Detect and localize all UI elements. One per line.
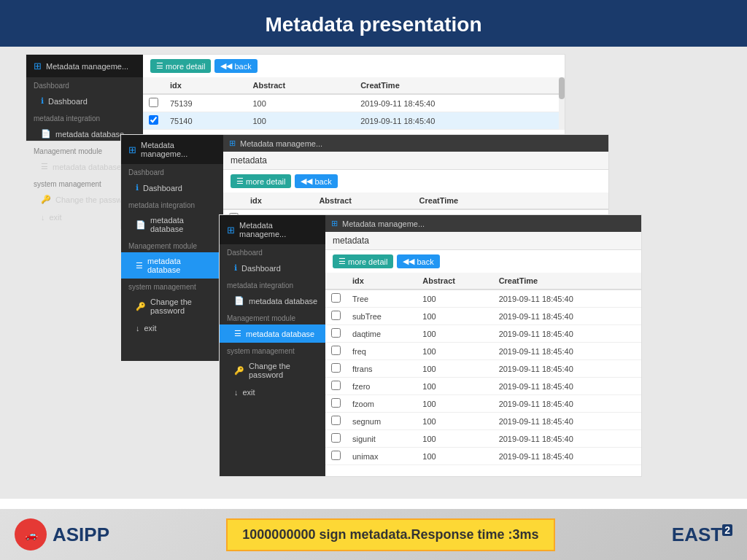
table-row[interactable]: daqtime 100 2019-09-11 18:45:40 — [325, 325, 641, 343]
panel-2-col-creattime: CreatTime — [414, 192, 608, 209]
panel-2-more-detail-button[interactable]: ☰ more detail — [231, 174, 291, 188]
row-abstract-3: 100 — [417, 413, 492, 430]
row-checkbox-3[interactable] — [331, 311, 341, 320]
footer-message: 1000000000 sign metadata.Response time :… — [226, 518, 554, 551]
row-checkbox-cell-3[interactable] — [325, 413, 347, 430]
sidebar-3-item-change-pw[interactable]: 🔑 Change the password — [220, 357, 325, 384]
table-row[interactable]: 75140 100 2019-09-11 18:45:40 — [143, 112, 565, 130]
sidebar-2-title: Metadata manageme... — [141, 141, 216, 158]
row-abstract-3: 100 — [417, 378, 492, 395]
sidebar-3-icon: ⊞ — [227, 225, 235, 236]
table-row[interactable]: fzoom 100 2019-09-11 18:45:40 — [325, 395, 641, 413]
table-row[interactable]: 75139 100 2019-09-11 18:45:40 — [143, 94, 565, 112]
sidebar-2-item-dashboard-label: Dashboard — [143, 184, 182, 192]
sidebar-3-item-metadata-db-label: metadata database — [249, 297, 317, 306]
row-checkbox-cell[interactable] — [143, 94, 164, 112]
doc-icon-2: 📄 — [136, 220, 146, 230]
slide-header: Metadata presentation — [0, 0, 747, 47]
panel-1-back-button[interactable]: ◀◀ back — [214, 59, 257, 73]
sidebar-3-item-dashboard[interactable]: ℹ Dashboard — [220, 259, 325, 277]
row-checkbox-3[interactable] — [331, 416, 341, 425]
back-arrow-icon-3: ◀◀ — [403, 257, 414, 266]
sidebar-1-section-dashboard: Dashboard — [26, 77, 143, 92]
table-row[interactable]: subTree 100 2019-09-11 18:45:40 — [325, 308, 641, 325]
sidebar-3-item-metadata-db[interactable]: 📄 metadata database — [220, 292, 325, 310]
table-row[interactable]: Tree 100 2019-09-11 18:45:40 — [325, 289, 641, 308]
row-checkbox-cell-3[interactable] — [325, 360, 347, 378]
row-checkbox-cell-3[interactable] — [325, 448, 347, 465]
table-row[interactable]: freq 100 2019-09-11 18:45:40 — [325, 343, 641, 360]
row-checkbox-cell-3[interactable] — [325, 289, 347, 308]
exit-icon-2: ↓ — [136, 324, 140, 332]
logo-circle: 🚗 — [15, 518, 47, 551]
row-creattime-3: 2019-09-11 18:45:40 — [493, 308, 641, 325]
panel-1-col-creattime: CreatTime — [355, 77, 565, 94]
footer-logo-left: 🚗 ASIPP — [15, 518, 109, 551]
panel-3-header-title: Metadata manageme... — [342, 219, 425, 228]
sidebar-1-header: ⊞ Metadata manageme... — [26, 55, 143, 77]
sidebar-1-title: Metadata manageme... — [46, 62, 128, 71]
panel-1-more-detail-button[interactable]: ☰ more detail — [150, 59, 211, 73]
sidebar-2-item-metadata-db[interactable]: 📄 metadata database — [121, 211, 223, 238]
sidebar-2-header: ⊞ Metadata manageme... — [121, 135, 223, 164]
footer-logo-right: EAST2 — [672, 524, 732, 546]
sidebar-3-item-change-pw-label: Change the password — [249, 362, 318, 379]
sidebar-3-item-mgmt-db[interactable]: ☰ metadata database — [220, 324, 325, 343]
list-icon: ☰ — [41, 162, 48, 171]
panel-3-title: metadata — [325, 232, 641, 250]
row-idx: 75140 — [164, 112, 247, 130]
logo-icon: 🚗 — [25, 529, 37, 540]
row-idx-3: subTree — [347, 308, 417, 325]
row-checkbox-cell-3[interactable] — [325, 378, 347, 395]
sidebar-2-item-exit[interactable]: ↓ exit — [121, 319, 223, 337]
table-row[interactable]: sigunit 100 2019-09-11 18:45:40 — [325, 430, 641, 448]
panel-3-back-button[interactable]: ◀◀ back — [397, 254, 439, 268]
sidebar-3-item-exit[interactable]: ↓ exit — [220, 384, 325, 401]
row-checkbox-cell[interactable] — [143, 112, 164, 130]
row-checkbox[interactable] — [149, 98, 158, 107]
sidebar-3-item-exit-label: exit — [243, 388, 255, 397]
panel-2-buttons: ☰ more detail ◀◀ back — [223, 170, 608, 192]
table-row[interactable]: fzero 100 2019-09-11 18:45:40 — [325, 378, 641, 395]
table-row[interactable]: unimax 100 2019-09-11 18:45:40 — [325, 448, 641, 465]
row-checkbox-3[interactable] — [331, 328, 341, 338]
sidebar-3-section-mgmt: Management module — [220, 310, 325, 324]
row-abstract: 100 — [247, 112, 355, 130]
table-row[interactable]: ftrans 100 2019-09-11 18:45:40 — [325, 360, 641, 378]
sidebar-2-item-mgmt-db[interactable]: ☰ metadata database — [121, 252, 223, 279]
row-abstract-3: 100 — [417, 430, 492, 448]
row-checkbox-cell-3[interactable] — [325, 308, 347, 325]
list-icon-3: ☰ — [234, 329, 241, 338]
sidebar-3-item-dashboard-label: Dashboard — [241, 264, 281, 273]
row-checkbox-cell-3[interactable] — [325, 395, 347, 413]
row-checkbox-3[interactable] — [331, 346, 341, 355]
sidebar-1-item-dashboard[interactable]: ℹ Dashboard — [26, 92, 143, 110]
row-checkbox[interactable] — [149, 115, 158, 125]
row-checkbox-3[interactable] — [331, 363, 341, 373]
panel-2-title: metadata — [223, 152, 608, 170]
row-checkbox-cell-3[interactable] — [325, 325, 347, 343]
panel-2-col-idx: idx — [244, 192, 313, 209]
row-checkbox-3[interactable] — [331, 293, 341, 303]
row-abstract-3: 100 — [417, 448, 492, 465]
table-row[interactable]: segnum 100 2019-09-11 18:45:40 — [325, 413, 641, 430]
row-checkbox-cell-3[interactable] — [325, 430, 347, 448]
sidebar-1-item-mgmt-db-label: metadata database — [53, 163, 121, 171]
row-checkbox-3[interactable] — [331, 433, 341, 443]
row-creattime-3: 2019-09-11 18:45:40 — [493, 395, 641, 413]
exit-icon: ↓ — [41, 213, 45, 222]
row-checkbox-3[interactable] — [331, 398, 341, 408]
sidebar-2-item-change-pw-label: Change the password — [150, 298, 216, 315]
row-idx-3: freq — [347, 343, 417, 360]
doc-icon-3: 📄 — [234, 296, 244, 306]
row-checkbox-cell-3[interactable] — [325, 343, 347, 360]
sidebar-2-item-change-pw[interactable]: 🔑 Change the password — [121, 293, 223, 319]
sidebar-2-item-dashboard[interactable]: ℹ Dashboard — [121, 179, 223, 197]
sidebar-2-section-dashboard: Dashboard — [121, 164, 223, 179]
row-checkbox-3[interactable] — [331, 381, 341, 390]
panel-2-back-button[interactable]: ◀◀ back — [295, 174, 337, 188]
panel-1-scrollbar[interactable] — [559, 77, 565, 130]
row-checkbox-3[interactable] — [331, 451, 341, 460]
panel-3-more-detail-button[interactable]: ☰ more detail — [333, 254, 393, 268]
panel-1-scrollbar-thumb[interactable] — [559, 77, 565, 99]
